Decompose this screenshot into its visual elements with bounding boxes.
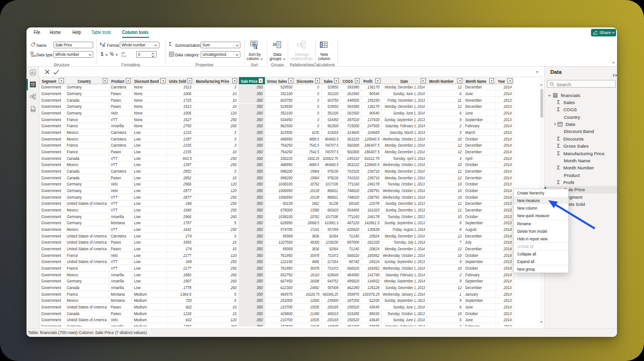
svg-text:.0: .0 — [124, 55, 126, 57]
svg-text:.00: .00 — [121, 52, 125, 54]
svg-text:123: 123 — [31, 54, 36, 57]
svg-text:DAX: DAX — [31, 109, 35, 112]
svg-text:$: $ — [100, 42, 102, 46]
